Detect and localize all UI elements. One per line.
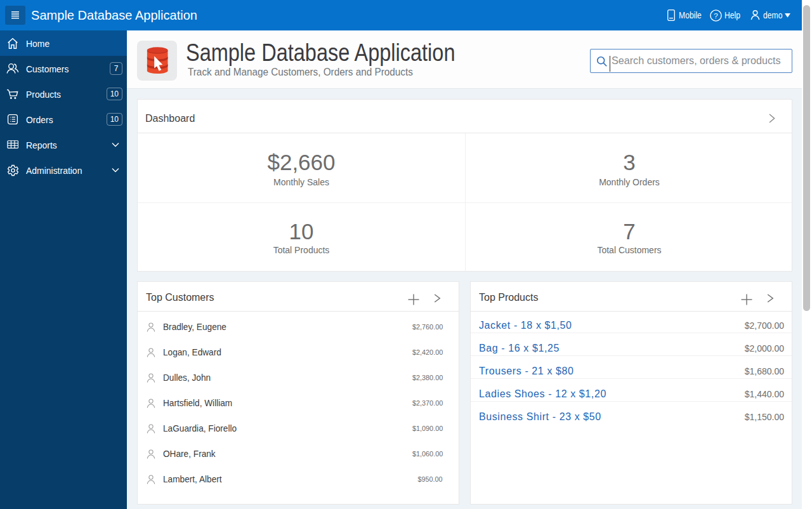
svg-text:?: ? <box>714 11 717 19</box>
